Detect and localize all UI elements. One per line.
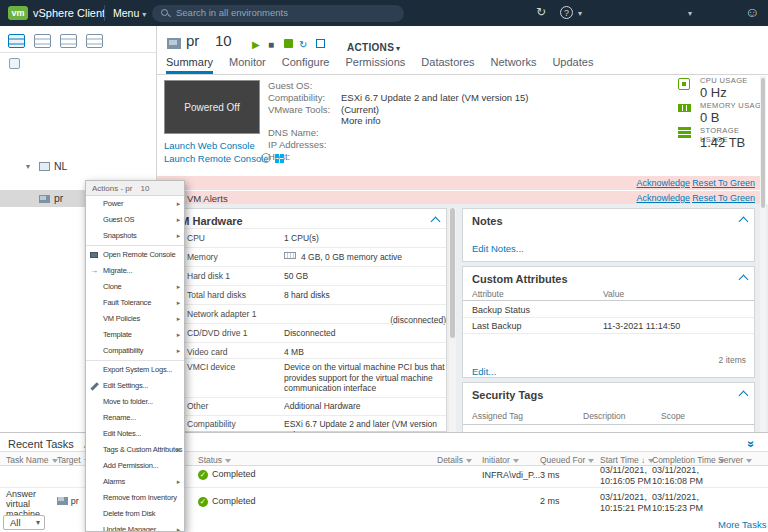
shutdown-icon[interactable]: ■ bbox=[268, 39, 274, 50]
column-header-attribute[interactable]: Attribute bbox=[472, 289, 504, 299]
collapse-chevron-icon[interactable] bbox=[739, 391, 749, 401]
scrollbar-thumb[interactable] bbox=[450, 208, 455, 338]
menu-item-rename[interactable]: Rename... bbox=[86, 410, 184, 426]
menu-item-vm-policies[interactable]: VM Policies▸ bbox=[86, 311, 184, 327]
column-queued-for[interactable]: Queued For bbox=[540, 455, 594, 465]
console-thumbnail[interactable]: Powered Off bbox=[164, 80, 260, 134]
compatibility-label: Compatibility: bbox=[268, 92, 325, 103]
vm-name: pr bbox=[186, 32, 199, 49]
nav-networking-icon[interactable] bbox=[86, 34, 103, 48]
info-icon[interactable]: i bbox=[261, 153, 271, 163]
menu-item-template[interactable]: Template▸ bbox=[86, 327, 184, 343]
column-header-description[interactable]: Description bbox=[583, 411, 626, 421]
hw-row-label: Other bbox=[187, 401, 287, 411]
column-header-assigned-tag[interactable]: Assigned Tag bbox=[472, 411, 523, 421]
search-icon bbox=[161, 9, 168, 16]
snapshot-icon[interactable] bbox=[284, 39, 293, 48]
help-icon[interactable]: ? bbox=[560, 6, 573, 19]
memory-usage-icon bbox=[678, 104, 691, 112]
scrollbar-thumb[interactable] bbox=[761, 78, 765, 208]
storage-usage-value: 1.42 TB bbox=[700, 135, 745, 150]
menu-item-remove-from-inventory[interactable]: Remove from Inventory bbox=[86, 490, 184, 506]
launch-web-console-link[interactable]: Launch Web Console bbox=[164, 140, 255, 151]
column-start-time[interactable]: Start Time ↓ bbox=[600, 455, 654, 465]
submenu-arrow-icon: ▸ bbox=[177, 279, 180, 295]
restart-icon[interactable]: ↻ bbox=[299, 39, 307, 50]
menu-item-edit-notes[interactable]: Edit Notes... bbox=[86, 426, 184, 442]
menu-item-delete-from-disk[interactable]: Delete from Disk bbox=[86, 506, 184, 522]
launch-remote-console-link[interactable]: Launch Remote Console bbox=[164, 153, 269, 164]
vsphere-client-window: vm vSphere Client Menu▾ ↻ ? ▾ ▾ ☺ ▾ NL p… bbox=[0, 0, 768, 532]
column-header-value[interactable]: Value bbox=[603, 289, 624, 299]
hw-row-value: Disconnected bbox=[284, 328, 446, 339]
memory-bar-icon bbox=[284, 252, 296, 259]
tab-updates[interactable]: Updates bbox=[552, 56, 593, 74]
tab-permissions[interactable]: Permissions bbox=[345, 56, 405, 74]
tab-datastores[interactable]: Datastores bbox=[421, 56, 474, 74]
menu-button[interactable]: Menu▾ bbox=[113, 7, 146, 19]
collapse-chevron-icon[interactable] bbox=[739, 217, 749, 227]
menu-item-migrate[interactable]: →Migrate... bbox=[86, 263, 184, 279]
tab-summary[interactable]: Summary bbox=[166, 56, 213, 74]
column-header-scope[interactable]: Scope bbox=[661, 411, 685, 421]
tree-node-datacenter[interactable]: ▾ NL bbox=[0, 158, 157, 175]
menu-item-clone[interactable]: Clone▸ bbox=[86, 279, 184, 295]
tasks-filter-select[interactable]: All ▾ bbox=[3, 515, 45, 530]
feedback-smiley-icon[interactable]: ☺ bbox=[745, 4, 759, 20]
column-server[interactable]: Server bbox=[718, 455, 752, 465]
column-initiator[interactable]: Initiator bbox=[482, 455, 519, 465]
menu-item-edit-settings[interactable]: Edit Settings... bbox=[86, 378, 184, 394]
reset-to-green-link[interactable]: Reset To Green bbox=[692, 193, 755, 203]
menu-item-update-manager[interactable]: Update Manager▸ bbox=[86, 522, 184, 532]
tab-recent-tasks[interactable]: Recent Tasks bbox=[8, 438, 74, 450]
more-tasks-link[interactable]: More Tasks bbox=[718, 519, 766, 530]
more-info-link[interactable]: More info bbox=[341, 115, 381, 126]
column-completion-time[interactable]: Completion Time bbox=[652, 455, 725, 465]
menu-item-snapshots[interactable]: Snapshots▸ bbox=[86, 228, 184, 244]
tab-monitor[interactable]: Monitor bbox=[229, 56, 266, 74]
launch-console-icon[interactable] bbox=[316, 39, 325, 48]
collapse-chevron-icon[interactable] bbox=[739, 275, 749, 285]
tab-configure[interactable]: Configure bbox=[282, 56, 330, 74]
menu-item-add-permission[interactable]: Add Permission... bbox=[86, 458, 184, 474]
menu-item-alarms[interactable]: Alarms▸ bbox=[86, 474, 184, 490]
menu-item-fault-tolerance[interactable]: Fault Tolerance▸ bbox=[86, 295, 184, 311]
total-disks-link[interactable]: 8 hard disks bbox=[284, 290, 446, 301]
task-target-cell: pr bbox=[57, 496, 79, 507]
nav-storage-icon[interactable] bbox=[60, 34, 77, 48]
user-menu-caret-icon[interactable]: ▾ bbox=[688, 9, 692, 18]
column-status[interactable]: Status bbox=[198, 455, 231, 465]
reset-to-green-link[interactable]: Reset To Green bbox=[692, 178, 755, 188]
refresh-icon[interactable]: ↻ bbox=[536, 5, 546, 19]
task-status-cell: ✓Completed bbox=[198, 469, 256, 480]
tree-expand-caret-icon[interactable]: ▾ bbox=[26, 158, 30, 175]
menu-item-tags-custom-attributes[interactable]: Tags & Custom Attributes▸ bbox=[86, 442, 184, 458]
actions-menu-button[interactable]: ACTIONS▾ bbox=[347, 42, 400, 53]
tab-networks[interactable]: Networks bbox=[491, 56, 537, 74]
help-caret-icon[interactable]: ▾ bbox=[578, 9, 582, 18]
menu-item-compatibility[interactable]: Compatibility▸ bbox=[86, 343, 184, 359]
column-task-name[interactable]: Task Name bbox=[6, 455, 58, 465]
menu-item-export-system-logs[interactable]: Export System Logs... bbox=[86, 362, 184, 378]
column-details[interactable]: Details bbox=[437, 455, 472, 465]
filter-caret-icon bbox=[225, 459, 231, 463]
acknowledge-link[interactable]: Acknowledge bbox=[636, 178, 690, 188]
edit-attributes-link[interactable]: Edit... bbox=[472, 366, 496, 377]
search-input[interactable] bbox=[176, 6, 396, 20]
ip-addresses-label: IP Addresses: bbox=[268, 139, 326, 150]
menu-item-open-remote-console[interactable]: Open Remote Console bbox=[86, 247, 184, 263]
collapse-chevron-icon[interactable] bbox=[431, 217, 441, 227]
topbar-divider bbox=[104, 5, 105, 21]
menu-item-power[interactable]: Power▸ bbox=[86, 196, 184, 212]
nav-hosts-clusters-icon[interactable] bbox=[8, 34, 25, 48]
menu-item-guest-os[interactable]: Guest OS▸ bbox=[86, 212, 184, 228]
inventory-tool-icon[interactable] bbox=[9, 58, 20, 69]
power-on-icon[interactable]: ▶ bbox=[252, 39, 260, 50]
collapse-panel-icon[interactable]: » bbox=[744, 441, 758, 448]
acknowledge-link[interactable]: Acknowledge bbox=[636, 193, 690, 203]
edit-notes-link[interactable]: Edit Notes... bbox=[472, 243, 524, 254]
sidebar-divider bbox=[0, 52, 157, 53]
items-count: 2 items bbox=[719, 355, 746, 365]
nav-vms-templates-icon[interactable] bbox=[34, 34, 51, 48]
menu-item-move-to-folder[interactable]: Move to folder... bbox=[86, 394, 184, 410]
